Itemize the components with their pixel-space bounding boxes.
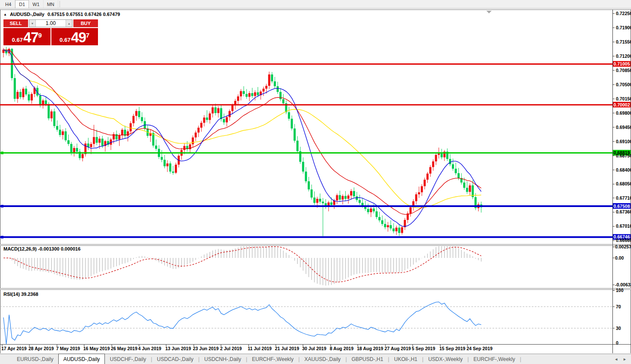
svg-text:-0.006326: -0.006326 — [615, 282, 631, 287]
svg-text:24 Sep 2019: 24 Sep 2019 — [467, 346, 492, 351]
svg-text:0.69450: 0.69450 — [616, 125, 631, 130]
svg-text:4 Jun 2019: 4 Jun 2019 — [138, 346, 161, 351]
chart-canvas[interactable]: 0.710050.700020.688190.675080.667460.722… — [0, 9, 631, 353]
tab-gbpusd-h1[interactable]: GBPUSD-,H1 — [347, 354, 388, 364]
volume-increase-button[interactable]: ▲ — [66, 20, 72, 27]
svg-text:15 Sep 2019: 15 Sep 2019 — [439, 346, 465, 351]
svg-text:0.72250: 0.72250 — [616, 11, 631, 16]
svg-text:0.002574: 0.002574 — [615, 244, 631, 249]
tab-scroll-arrows: ◄► — [614, 354, 631, 364]
svg-text:5 Sep 2019: 5 Sep 2019 — [412, 346, 435, 351]
svg-text:0.69100: 0.69100 — [616, 139, 631, 144]
chart-ohlc-values: 0.67515 0.67551 0.67426 0.67479 — [47, 12, 120, 17]
tab-xauusd-daily[interactable]: XAUUSD-,Daily — [300, 354, 345, 364]
buy-price-box[interactable]: 0.67 49 7 — [51, 28, 98, 45]
svg-text:23 Jun 2019: 23 Jun 2019 — [193, 346, 219, 351]
symbol-tabbar: EURUSD-,DailyAUDUSD-,DailyUSDCHF-,Daily|… — [0, 354, 631, 364]
candles-layer — [3, 47, 483, 236]
svg-text:0.68400: 0.68400 — [616, 167, 631, 173]
svg-text:28 Apr 2019: 28 Apr 2019 — [28, 346, 54, 351]
tab-eurchf-weekly[interactable]: EURCHF-,Weekly — [247, 354, 298, 364]
chart-info-line: ▲ AUDUSD-,Daily 0.67515 0.67551 0.67426 … — [3, 12, 120, 17]
svg-text:2 Jul 2019: 2 Jul 2019 — [220, 346, 242, 351]
svg-text:0.71550: 0.71550 — [616, 39, 631, 44]
symbol-marker-icon: ▲ — [3, 12, 7, 17]
timeframe-button-mn[interactable]: MN — [44, 0, 58, 8]
moving-averages-layer — [3, 50, 481, 226]
svg-text:0.68750: 0.68750 — [616, 153, 631, 158]
svg-text:100: 100 — [616, 288, 624, 293]
sell-price-big: 47 — [23, 30, 38, 45]
svg-text:0.68050: 0.68050 — [616, 181, 631, 186]
tab-usdchf-daily[interactable]: USDCHF-,Daily — [105, 354, 151, 364]
tab-separator: | — [520, 354, 521, 364]
svg-text:30 Jul 2019: 30 Jul 2019 — [302, 346, 326, 351]
volume-decrease-button[interactable]: ▼ — [29, 20, 36, 27]
svg-text:26 May 2019: 26 May 2019 — [111, 346, 137, 351]
svg-text:17 Apr 2019: 17 Apr 2019 — [1, 346, 27, 351]
chart-frame — [0, 9, 631, 353]
svg-text:21 Jul 2019: 21 Jul 2019 — [275, 346, 299, 351]
toolbar-separator — [60, 1, 60, 7]
tab-usdcnh-daily[interactable]: USDCNH-,Daily — [199, 354, 246, 364]
volume-spinner: ▼ 1.00 ▲ — [29, 19, 73, 27]
svg-text:8 Aug 2019: 8 Aug 2019 — [330, 346, 353, 351]
svg-text:0.67010: 0.67010 — [616, 223, 631, 229]
svg-text:13 Jun 2019: 13 Jun 2019 — [165, 346, 191, 351]
terminal-screen: H4D1W1MN 0.710050.700020.688190.675080.6… — [0, 0, 631, 364]
svg-text:0.67710: 0.67710 — [616, 195, 631, 201]
tab-eurusd-daily[interactable]: EURUSD-,Daily — [12, 354, 58, 364]
tab-usdcad-daily[interactable]: USDCAD-,Daily — [152, 354, 199, 364]
one-click-trade-panel: SELL ▼ 1.00 ▲ BUY 0.67 47 9 0.67 49 7 — [3, 19, 98, 45]
svg-text:0.71900: 0.71900 — [616, 25, 631, 30]
hline-objects: 0.710050.700020.688190.675080.66746 — [0, 61, 631, 240]
svg-text:70: 70 — [616, 304, 621, 309]
svg-text:0.70002: 0.70002 — [614, 102, 630, 107]
svg-text:0.69800: 0.69800 — [616, 110, 631, 116]
svg-text:18 Aug 2019: 18 Aug 2019 — [357, 346, 383, 351]
tab-audusd-daily[interactable]: AUDUSD-,Daily — [58, 354, 105, 364]
svg-text:0.70500: 0.70500 — [616, 82, 631, 87]
buy-button[interactable]: BUY — [73, 19, 98, 27]
buy-price-sup: 7 — [86, 31, 89, 39]
tabbar-spacer — [0, 354, 12, 364]
svg-text:11 Jul 2019: 11 Jul 2019 — [248, 346, 272, 351]
tab-scroll-right-icon[interactable]: ► — [623, 357, 627, 361]
timeframe-button-d1[interactable]: D1 — [15, 0, 29, 8]
svg-text:30: 30 — [616, 326, 621, 331]
svg-text:16 May 2019: 16 May 2019 — [83, 346, 110, 351]
svg-text:0.70850: 0.70850 — [616, 68, 631, 73]
sell-button[interactable]: SELL — [3, 19, 28, 27]
tab-eurchf-weekly[interactable]: EURCHF-,Weekly — [469, 354, 520, 364]
chart-window: 0.710050.700020.688190.675080.667460.722… — [0, 9, 631, 353]
svg-text:0: 0 — [616, 340, 618, 345]
timeframe-toolbar: H4D1W1MN — [0, 0, 631, 9]
tab-ukoil-h1[interactable]: UKOil-,H1 — [389, 354, 422, 364]
chart-symbol-label: AUDUSD-,Daily — [10, 12, 44, 17]
buy-price-big: 49 — [71, 30, 86, 45]
timeframe-button-h4[interactable]: H4 — [2, 0, 15, 8]
sell-price-box[interactable]: 0.67 47 9 — [3, 28, 50, 45]
svg-text:0.67360: 0.67360 — [616, 209, 631, 214]
macd-indicator-label: MACD(12,26,9) -0.001300 0.000016 — [3, 246, 81, 251]
date-axis: 17 Apr 201928 Apr 20197 May 201916 May 2… — [1, 345, 492, 351]
svg-text:27 Aug 2019: 27 Aug 2019 — [385, 346, 411, 351]
timeframe-button-w1[interactable]: W1 — [29, 0, 44, 8]
volume-input[interactable]: 1.00 — [36, 20, 66, 27]
svg-text:7 May 2019: 7 May 2019 — [56, 346, 80, 351]
tab-usdx-weekly[interactable]: USDX-,Weekly — [423, 354, 467, 364]
buy-price-prefix: 0.67 — [60, 37, 70, 43]
chart-shift-marker-icon[interactable] — [486, 11, 492, 13]
svg-text:0.71005: 0.71005 — [614, 61, 630, 66]
tab-scroll-left-icon[interactable]: ◄ — [614, 357, 618, 361]
svg-text:0.66660: 0.66660 — [616, 238, 631, 243]
sell-price-prefix: 0.67 — [12, 37, 23, 43]
svg-text:0.70150: 0.70150 — [616, 96, 631, 101]
rsi-indicator-label: RSI(14) 39.2368 — [3, 292, 38, 297]
svg-text:0.71200: 0.71200 — [616, 53, 631, 59]
macd-layer: 0.0025740.00-0.006326 — [3, 244, 631, 287]
sell-price-sup: 9 — [38, 31, 42, 39]
svg-text:0.67508: 0.67508 — [614, 204, 630, 209]
svg-text:0.00: 0.00 — [615, 255, 624, 260]
rsi-layer: 10070300 — [3, 288, 624, 345]
